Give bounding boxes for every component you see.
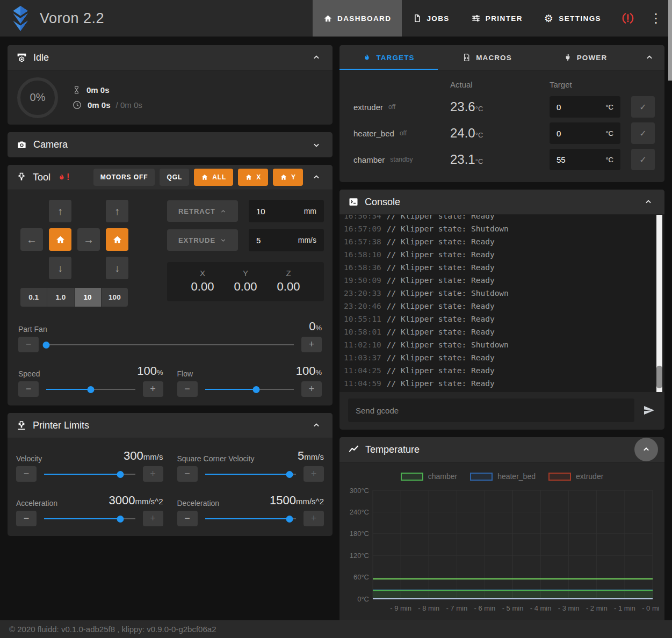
nav-item-dashboard[interactable]: DASHBOARD [313, 0, 402, 37]
home-x-button[interactable]: X [238, 169, 268, 186]
console-line: 16:57:38// Klipper state: Ready [344, 235, 664, 248]
fluidd-logo-icon [9, 5, 32, 31]
part-fan-increase-button[interactable]: + [301, 337, 322, 352]
speed-label: Speed [18, 369, 40, 378]
extrude-rate-input[interactable]: 5 mm/s [249, 229, 324, 251]
flame-icon [363, 53, 371, 62]
gcode-input[interactable] [348, 398, 634, 422]
scv-slider[interactable] [205, 467, 297, 482]
camera-icon [16, 140, 27, 150]
send-gcode-button[interactable] [642, 404, 656, 417]
home-z-button[interactable] [106, 228, 128, 251]
legend-label: chamber [428, 472, 457, 481]
velocity-increase-button[interactable]: + [143, 466, 163, 482]
part-fan-decrease-button[interactable]: − [18, 337, 39, 352]
home-icon [245, 173, 252, 181]
flow-increase-button[interactable]: + [301, 381, 322, 397]
retract-button[interactable]: RETRACT [167, 200, 238, 222]
legend-item-chamber[interactable]: chamber [401, 472, 457, 481]
tab-power[interactable]: POWER [536, 45, 634, 70]
position-z: 0.00 [267, 280, 310, 294]
step-1.0-button[interactable]: 1.0 [47, 288, 74, 307]
velocity-slider[interactable] [44, 467, 135, 482]
speed-decrease-button[interactable]: − [18, 381, 39, 397]
decel-increase-button[interactable]: + [304, 511, 324, 526]
accel-slider[interactable] [44, 511, 135, 526]
total-time: 0m 0s [120, 100, 142, 110]
home-xy-button[interactable] [49, 228, 71, 251]
heater-apply-button[interactable]: ✓ [631, 96, 655, 118]
nav-item-jobs[interactable]: JOBS [402, 0, 460, 37]
legend-item-heater_bed[interactable]: heater_bed [470, 472, 536, 481]
qgl-button[interactable]: QGL [160, 169, 189, 186]
jog-z-minus-button[interactable]: ↓ [106, 257, 128, 279]
console-log[interactable]: 16:56:34// Klipper state: Ready16:57:09/… [339, 215, 664, 390]
nav-item-settings[interactable]: ⚙ SETTINGS [533, 0, 612, 37]
flow-decrease-button[interactable]: − [177, 381, 198, 397]
heater-apply-button[interactable]: ✓ [631, 149, 655, 170]
scv-decrease-button[interactable]: − [177, 466, 198, 482]
velocity-decrease-button[interactable]: − [16, 466, 37, 482]
speed-slider[interactable] [46, 382, 135, 397]
jog-y-plus-button[interactable]: ↑ [49, 200, 71, 222]
step-0.1-button[interactable]: 0.1 [20, 288, 47, 307]
collapse-status-button[interactable] [309, 50, 324, 65]
decel-decrease-button[interactable]: − [177, 511, 198, 526]
console-line: 16:57:09// Klipper state: Shutdown [344, 222, 664, 235]
console-line: 16:58:36// Klipper state: Ready [344, 261, 664, 274]
nozzle-icon [16, 172, 27, 183]
tab-targets[interactable]: TARGETS [339, 45, 438, 70]
accel-increase-button[interactable]: + [143, 511, 163, 526]
console-line: 11:04:59// Klipper state: Ready [344, 377, 664, 390]
scv-increase-button[interactable]: + [304, 466, 324, 482]
page-scrollbar-thumb[interactable] [668, 0, 672, 81]
motors-off-button[interactable]: MOTORS OFF [93, 169, 155, 186]
speed-increase-button[interactable]: + [143, 381, 163, 397]
decel-slider[interactable] [205, 511, 297, 526]
svg-text:- 8 min: - 8 min [418, 604, 439, 612]
flow-label: Flow [177, 369, 193, 378]
console-line: 10:55:11// Klipper state: Ready [344, 313, 664, 325]
jog-x-plus-button[interactable]: → [77, 228, 100, 251]
svg-text:180°C: 180°C [350, 530, 369, 538]
nav-item-printer[interactable]: PRINTER [460, 0, 533, 37]
acceleration-control: Acceleration 3000mm/s^2 − + [16, 494, 163, 526]
part-fan-slider[interactable] [46, 337, 294, 352]
chevron-down-icon [220, 237, 227, 244]
velocity-control: Velocity 300mm/s − + [16, 449, 163, 482]
console-scrollbar-thumb[interactable] [656, 366, 662, 388]
step-100-button[interactable]: 100 [102, 288, 128, 307]
step-10-button[interactable]: 10 [75, 288, 102, 307]
expand-camera-button[interactable] [309, 137, 324, 153]
jog-z-plus-button[interactable]: ↑ [106, 200, 128, 222]
tab-macros[interactable]: MACROS [438, 45, 536, 70]
console-title: Console [365, 197, 400, 208]
home-all-button[interactable]: ALL [194, 169, 233, 186]
heater-target-input[interactable]: 55°C [550, 149, 620, 170]
jog-x-minus-button[interactable]: ← [20, 228, 43, 251]
legend-item-extruder[interactable]: extruder [548, 472, 603, 481]
printer-limits-panel: Printer Limits Velocity 300mm/s − [8, 413, 333, 536]
collapse-targets-button[interactable] [634, 45, 664, 70]
jog-y-minus-button[interactable]: ↓ [49, 257, 71, 279]
collapse-temperature-button[interactable] [634, 438, 658, 461]
console-scrollbar[interactable] [656, 215, 662, 392]
emergency-stop-button[interactable] [612, 0, 644, 37]
flow-slider[interactable] [205, 382, 294, 397]
collapse-console-button[interactable] [641, 194, 656, 209]
collapse-tool-button[interactable] [309, 170, 324, 185]
home-y-button[interactable]: Y [273, 169, 303, 186]
accel-decrease-button[interactable]: − [16, 511, 37, 526]
clock-icon [72, 100, 82, 110]
heater-target-input[interactable]: 0°C [550, 96, 620, 118]
legend-label: extruder [576, 472, 603, 481]
printer-3d-icon [16, 52, 27, 63]
heater-apply-button[interactable]: ✓ [631, 122, 655, 144]
temperature-title: Temperature [365, 444, 420, 455]
heater-target-input[interactable]: 0°C [550, 122, 620, 144]
heater-warning: ! [57, 172, 69, 182]
extrude-button[interactable]: EXTRUDE [167, 229, 238, 251]
collapse-limits-button[interactable] [309, 418, 324, 433]
svg-text:- 0 min: - 0 min [642, 604, 659, 612]
extrude-length-input[interactable]: 10 mm [249, 200, 324, 222]
